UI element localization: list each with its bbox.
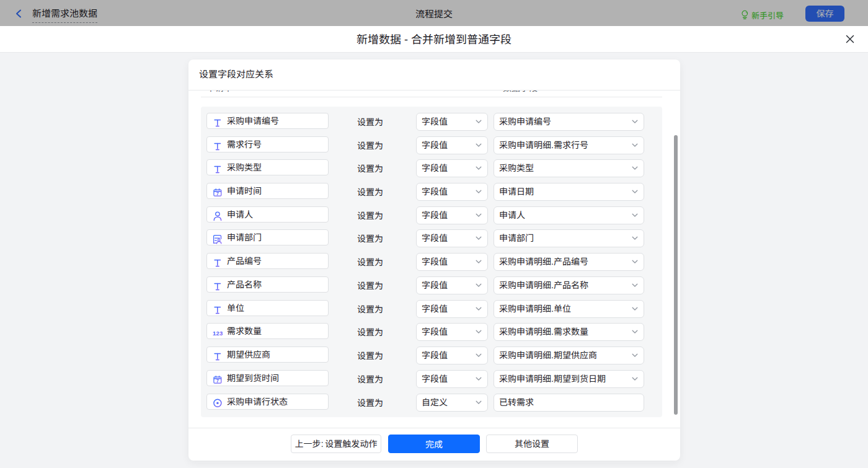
svg-text:7: 7 bbox=[216, 191, 219, 196]
svg-text:123: 123 bbox=[213, 330, 223, 337]
svg-text:7: 7 bbox=[216, 378, 219, 384]
